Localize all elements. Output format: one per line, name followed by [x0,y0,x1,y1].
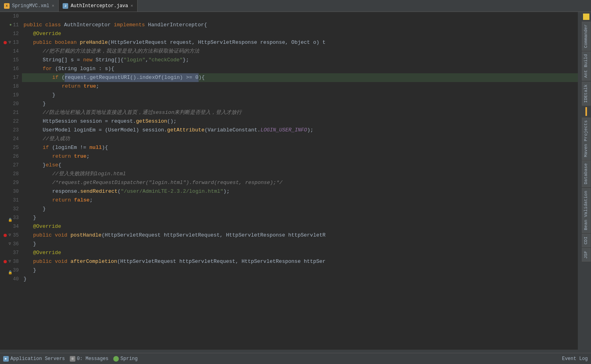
lock-39: 🔒 [8,268,12,272]
code-line-25: if (loginEm != null){ [22,143,578,152]
panel-database[interactable]: Database [582,160,591,187]
code-line-15: String[] s = new String[]{"login","check… [22,56,578,65]
code-line-13: public boolean preHandle(HttpServletRequ… [22,38,578,47]
code-line-37: @Override [22,249,578,257]
line-num-40: 40 [2,275,19,284]
line-num-24: 24 [2,135,19,143]
line-num-30: 30 [2,187,19,196]
lock-33: 🔒 [8,216,12,220]
fold-35[interactable]: ▽ [8,233,12,237]
xml-file-icon: X [4,3,10,9]
status-messages-label: 0: Messages [77,356,108,362]
tab-authinterceptor[interactable]: J AuthInterceptor.java × [59,0,138,12]
status-spring-label: Spring [120,356,138,362]
java-file-icon: J [63,3,68,9]
line-num-26: 26 [2,152,19,161]
maven-marker [585,107,587,116]
breakpoint-13 [4,41,7,44]
code-line-28: //登入失败跳转到login.html [22,170,578,178]
line-num-27: 27 [2,161,19,170]
panel-commander[interactable]: Commander [582,22,591,51]
panel-idetalk[interactable]: IDEtalk [582,82,591,106]
code-line-35: public void postHandle(HttpServletReques… [22,231,578,240]
panel-maven[interactable]: Maven Projects [582,117,591,160]
code-line-18: return true; [22,82,578,91]
line-num-14: 14 [2,47,19,56]
code-line-33: } [22,213,578,222]
spring-icon [113,356,119,362]
code-line-34: @Override [22,222,578,231]
line-num-13: ▽ 13 [2,38,19,47]
tab-authinterceptor-close[interactable]: × [130,4,133,8]
panel-ant-build[interactable]: Ant Build [582,51,591,80]
line-num-19: 19 [2,91,19,100]
code-line-22: HttpSession session = request.getSession… [22,117,578,126]
panel-bean-validation[interactable]: Bean Validation [582,188,591,233]
tab-springmvc[interactable]: X SpringMVC.xml × [0,0,59,12]
line-num-18: 18 [2,82,19,91]
status-messages[interactable]: ⊡ 0: Messages [70,356,108,362]
tab-springmvc-close[interactable]: × [52,4,55,8]
code-line-39: } [22,266,578,275]
line-num-11: ● 11 [2,21,19,29]
status-application-servers[interactable]: ▶ Application Servers [3,356,65,362]
editor-area: 10 ● 11 12 ▽ 13 [0,12,591,350]
code-line-10 [22,12,578,21]
line-num-15: 15 [2,56,19,65]
status-event-log-label: Event Log [562,356,588,362]
line-num-16: 16 [2,65,19,73]
status-right: Event Log [562,356,588,362]
line-num-37: 37 [2,249,19,257]
line-num-23: 23 [2,126,19,135]
code-line-16: for (String login : s){ [22,65,578,73]
line-num-22: 22 [2,117,19,126]
code-line-29: /*request.getRequestDispatcher("login.ht… [22,178,578,187]
breakpoint-38 [4,260,7,263]
code-line-38: public void afterCompletion(HttpServletR… [22,257,578,266]
code-line-26: return true; [22,152,578,161]
horizontal-scrollbar[interactable] [0,350,591,353]
status-event-log[interactable]: Event Log [562,356,588,362]
code-editor[interactable]: 10 ● 11 12 ▽ 13 [0,12,578,350]
code-line-30: response.sendRedirect("/user/AdminLTE-2.… [22,187,578,196]
code-line-20: } [22,100,578,108]
line-num-21: 21 [2,108,19,117]
panel-cdi[interactable]: CDI [582,234,591,247]
status-bar: ▶ Application Servers ⊡ 0: Messages Spri… [0,353,591,364]
line-num-38: ▽ 38 [2,257,19,266]
line-num-35: ▽ 35 [2,231,19,240]
line-numbers: 10 ● 11 12 ▽ 13 [0,12,22,350]
line-num-17: 17 [2,73,19,82]
fold-36[interactable]: ▽ [8,242,12,246]
code-line-12: @Override [22,29,578,38]
tab-authinterceptor-label: AuthInterceptor.java [71,3,128,9]
line-num-31: 31 [2,196,19,205]
bean-icon-11: ● [10,21,12,29]
editor-wrapper: 10 ● 11 12 ▽ 13 [0,12,591,350]
line-num-33: 🔒 33 [2,213,19,222]
server-icon: ▶ [3,356,9,362]
line-num-10: 10 [2,12,19,21]
line-num-28: 28 [2,170,19,178]
status-spring[interactable]: Spring [113,356,138,362]
code-content: 10 ● 11 12 ▽ 13 [0,12,578,350]
code-line-24: //登入成功 [22,135,578,143]
fold-38[interactable]: ▽ [8,260,12,264]
code-line-32: } [22,205,578,213]
corner-marker [583,14,589,20]
line-num-29: 29 [2,178,19,187]
tab-bar: X SpringMVC.xml × J AuthInterceptor.java… [0,0,591,12]
line-num-20: 20 [2,100,19,108]
code-lines[interactable]: public class AuthInterceptor implements … [22,12,578,350]
code-line-19: } [22,91,578,100]
code-line-23: UserModel loginEm = (UserModel) session.… [22,126,578,135]
code-line-17: if (request.getRequestURI().indexOf(logi… [22,73,578,82]
line-num-34: 34 [2,222,19,231]
line-num-39: 🔒 39 [2,266,19,275]
vertical-scrollbar[interactable] [578,12,581,350]
panel-jsf[interactable]: JSF [582,248,591,262]
fold-13[interactable]: ▽ [8,41,12,45]
line-num-12: 12 [2,29,19,38]
code-line-36: } [22,240,578,249]
line-num-25: 25 [2,143,19,152]
